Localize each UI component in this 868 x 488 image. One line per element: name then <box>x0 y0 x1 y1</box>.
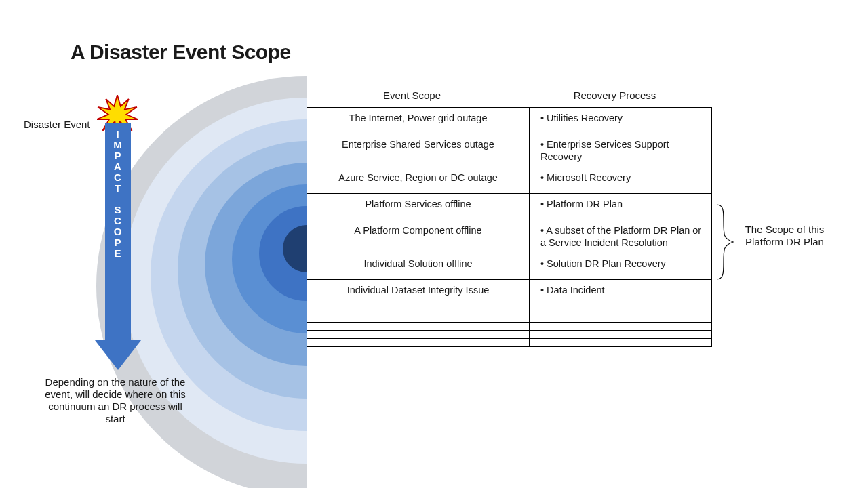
cell-empty <box>307 323 530 331</box>
ring <box>205 163 307 366</box>
table-row <box>307 314 712 323</box>
table-row: Individual Solution offlineSolution DR P… <box>307 253 712 280</box>
cell-event-scope: A Platform Component offline <box>307 220 530 253</box>
table-row <box>307 306 712 314</box>
cell-recovery-process: Platform DR Plan <box>530 194 712 220</box>
cell-recovery-process: Microsoft Recovery <box>530 167 712 194</box>
scope-table: The Internet, Power grid outageUtilities… <box>307 107 712 347</box>
cell-event-scope: Individual Dataset Integrity Issue <box>307 280 530 306</box>
scope-brace-icon <box>715 205 736 279</box>
impact-scope-arrow: I M P A C T S C O P E <box>105 123 131 340</box>
cell-event-scope: The Internet, Power grid outage <box>307 108 530 134</box>
cell-empty <box>530 323 712 331</box>
cell-event-scope: Individual Solution offline <box>307 253 530 280</box>
slide-canvas: A Disaster Event Scope Disaster Event I … <box>0 0 868 488</box>
cell-recovery-process: Utilities Recovery <box>530 108 712 134</box>
impact-scope-arrow-head <box>95 340 141 370</box>
ring <box>259 206 307 301</box>
table-header-row: Event Scope Recovery Process <box>307 89 712 101</box>
table-row: Individual Dataset Integrity IssueData I… <box>307 280 712 306</box>
cell-event-scope: Enterprise Shared Services outage <box>307 134 530 167</box>
table-row: A Platform Component offlineA subset of … <box>307 220 712 253</box>
cell-recovery-process: Data Incident <box>530 280 712 306</box>
table-row: The Internet, Power grid outageUtilities… <box>307 108 712 134</box>
ring <box>283 225 307 272</box>
cell-empty <box>307 314 530 323</box>
arrow-caption: Depending on the nature of the event, wi… <box>37 376 193 425</box>
column-header-event-scope: Event Scope <box>307 89 517 101</box>
column-header-recovery-process: Recovery Process <box>517 89 712 101</box>
cell-event-scope: Azure Service, Region or DC outage <box>307 167 530 194</box>
cell-recovery-process: A subset of the Platform DR Plan or a Se… <box>530 220 712 253</box>
cell-empty <box>530 314 712 323</box>
ring <box>178 141 307 399</box>
ring <box>232 184 307 333</box>
table-row: Platform Services offlinePlatform DR Pla… <box>307 194 712 220</box>
table-row <box>307 331 712 339</box>
disaster-event-label: Disaster Event <box>24 119 90 130</box>
cell-empty <box>307 306 530 314</box>
page-title: A Disaster Event Scope <box>71 41 291 64</box>
cell-event-scope: Platform Services offline <box>307 194 530 220</box>
cell-recovery-process: Enterprise Services Support Recovery <box>530 134 712 167</box>
impact-scope-arrow-text: I M P A C T S C O P E <box>113 129 123 259</box>
cell-empty <box>307 339 530 347</box>
cell-empty <box>530 306 712 314</box>
table-row <box>307 323 712 331</box>
table-row: Azure Service, Region or DC outageMicros… <box>307 167 712 194</box>
table-row: Enterprise Shared Services outageEnterpr… <box>307 134 712 167</box>
cell-empty <box>307 331 530 339</box>
cell-empty <box>530 331 712 339</box>
scope-brace-label: The Scope of this Platform DR Plan <box>741 224 829 248</box>
table-row <box>307 339 712 347</box>
cell-empty <box>530 339 712 347</box>
cell-recovery-process: Solution DR Plan Recovery <box>530 253 712 280</box>
